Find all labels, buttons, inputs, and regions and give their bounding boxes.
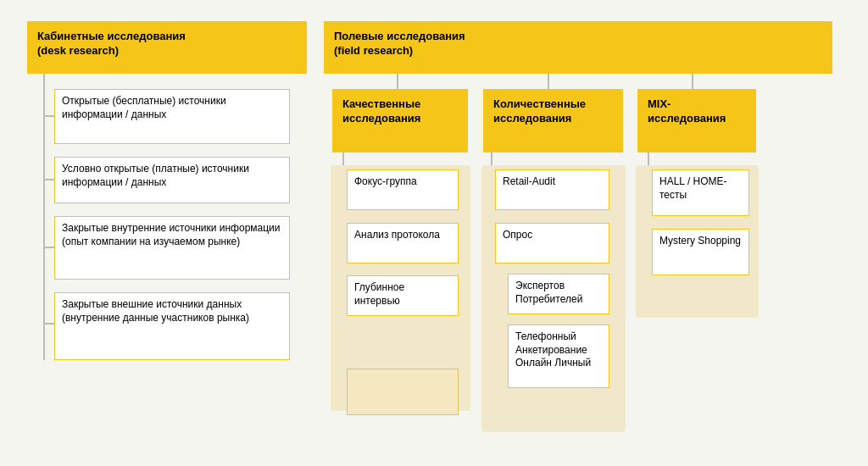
- phone-survey-box: Телефонный Анкетирование Онлайн Личный: [508, 325, 609, 388]
- qualitative-box: Качественные исследования: [332, 89, 468, 153]
- experts-box: Экспертов Потребителей: [508, 274, 609, 314]
- field-research-title-ru: Полевые исследования: [334, 30, 465, 42]
- retail-audit-box: Retail-Audit: [495, 169, 609, 210]
- diagram: Кабинетные исследования (desk research) …: [19, 13, 849, 453]
- field-research-box: Полевые исследования (field research): [324, 21, 832, 74]
- quantitative-box: Количественные исследования: [483, 89, 623, 153]
- closed-internal-sources-box: Закрытые внутренние источники информации…: [54, 216, 290, 280]
- deep-interview-box: Глубинное интервью: [347, 275, 459, 316]
- hall-home-box: HALL / HOME-тесты: [652, 169, 749, 216]
- open-sources-box: Открытые (бесплатные) источники информац…: [54, 89, 290, 144]
- survey-box: Опрос: [495, 223, 609, 264]
- desk-research-box: Кабинетные исследования (desk research): [27, 21, 307, 74]
- mystery-shopping-box: Mystery Shopping: [652, 229, 749, 275]
- mix-box: MIX-исследования: [637, 89, 756, 153]
- empty-box: [347, 369, 459, 415]
- protocol-analysis-box: Анализ протокола: [347, 223, 459, 264]
- desk-research-title-en: (desk research): [37, 44, 119, 57]
- focus-group-box: Фокус-группа: [347, 169, 459, 210]
- closed-external-sources-box: Закрытые внешние источники данных (внутр…: [54, 292, 290, 360]
- desk-research-title-ru: Кабинетные исследования: [37, 30, 186, 42]
- field-research-title-en: (field research): [334, 44, 413, 57]
- semi-open-sources-box: Условно открытые (платные) источники инф…: [54, 157, 290, 203]
